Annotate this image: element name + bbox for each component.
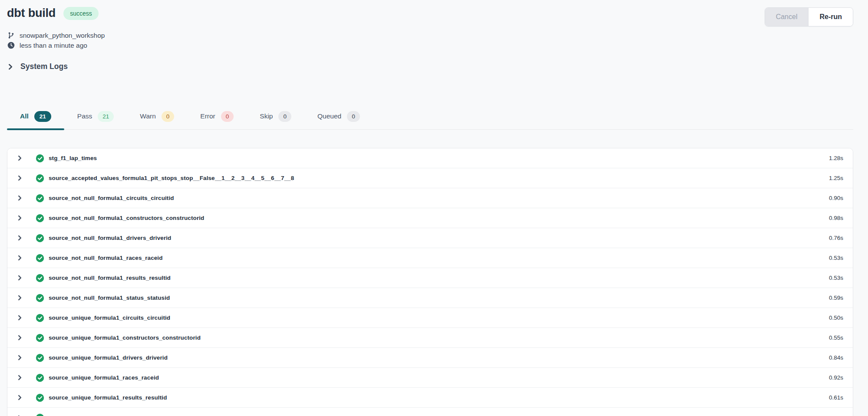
result-name: source_unique_formula1_constructors_cons… (49, 334, 201, 341)
rerun-button[interactable]: Re-run (809, 8, 853, 26)
expand-row-button[interactable] (14, 415, 25, 416)
result-name: source_not_null_formula1_circuits_circui… (49, 195, 174, 201)
chevron-right-icon (17, 374, 23, 381)
result-duration: 0.90s (829, 195, 843, 201)
result-row[interactable]: source_unique_formula1_constructors_cons… (7, 328, 853, 348)
result-row[interactable]: source_unique_formula1_drivers_driverid … (7, 348, 853, 368)
check-circle-icon (36, 373, 44, 382)
check-circle-icon (36, 354, 44, 362)
result-duration: 1.25s (829, 175, 843, 181)
expand-row-button[interactable] (14, 374, 25, 381)
run-meta: snowpark_python_workshop less than a min… (7, 30, 853, 50)
expand-row-button[interactable] (14, 295, 25, 301)
expand-row-button[interactable] (14, 235, 25, 241)
chevron-right-icon (17, 235, 23, 241)
check-circle-icon (36, 413, 44, 416)
result-row[interactable]: source_unique_formula1_races_raceid 0.92… (7, 368, 853, 388)
tab-pass[interactable]: Pass 21 (64, 108, 127, 130)
result-row[interactable]: source_unique_formula1_status_statusid 0… (7, 408, 853, 416)
result-duration: 0.53s (829, 255, 843, 261)
result-name: source_not_null_formula1_drivers_driveri… (49, 235, 171, 241)
tab-warn[interactable]: Warn 0 (127, 108, 187, 130)
expand-row-button[interactable] (14, 215, 25, 221)
result-name: source_unique_formula1_drivers_driverid (49, 354, 168, 361)
results-list: stg_f1_lap_times 1.28s source_accepted_v… (7, 148, 853, 416)
expand-row-button[interactable] (14, 314, 25, 321)
branch-row: snowpark_python_workshop (7, 30, 853, 40)
result-row[interactable]: source_unique_formula1_circuits_circuiti… (7, 308, 853, 328)
tab-error[interactable]: Error 0 (187, 108, 247, 130)
check-circle-icon (36, 274, 44, 282)
result-duration: 0.50s (829, 314, 843, 321)
status-badge: success (63, 7, 99, 20)
check-circle-icon (36, 194, 44, 203)
check-circle-icon (36, 254, 44, 262)
chevron-right-icon (7, 63, 14, 70)
result-duration: 0.76s (829, 235, 843, 241)
expand-row-button[interactable] (14, 394, 25, 401)
result-name: source_unique_formula1_results_resultid (49, 394, 167, 401)
expand-row-button[interactable] (14, 275, 25, 281)
header: dbt build success Cancel Re-run (7, 7, 853, 26)
expand-row-button[interactable] (14, 334, 25, 341)
result-duration: 0.59s (829, 295, 843, 301)
result-duration: 0.61s (829, 394, 843, 401)
cancel-button[interactable]: Cancel (765, 8, 809, 26)
result-name: source_unique_formula1_circuits_circuiti… (49, 314, 170, 321)
result-name: source_unique_formula1_races_raceid (49, 374, 159, 381)
result-duration: 0.92s (829, 374, 843, 381)
tab-count-badge: 0 (347, 111, 360, 122)
result-duration: 1.28s (829, 155, 843, 161)
result-row[interactable]: source_not_null_formula1_status_statusid… (7, 288, 853, 308)
result-row[interactable]: source_unique_formula1_results_resultid … (7, 388, 853, 408)
chevron-right-icon (17, 195, 23, 201)
result-row[interactable]: source_not_null_formula1_drivers_driveri… (7, 228, 853, 248)
result-duration: 0.57s (829, 415, 843, 416)
tab-skip[interactable]: Skip 0 (247, 108, 304, 130)
tab-label: Queued (317, 112, 341, 120)
tabs: All 21 Pass 21 Warn 0 Error 0 Skip 0 Que… (7, 108, 853, 130)
expand-row-button[interactable] (14, 195, 25, 201)
tab-label: Warn (140, 112, 155, 120)
chevron-right-icon (17, 334, 23, 341)
chevron-right-icon (17, 354, 23, 361)
result-duration: 0.98s (829, 215, 843, 221)
expand-row-button[interactable] (14, 155, 25, 161)
branch-name: snowpark_python_workshop (20, 32, 105, 39)
result-duration: 0.55s (829, 334, 843, 341)
system-logs-toggle[interactable]: System Logs (7, 62, 68, 71)
chevron-right-icon (17, 255, 23, 261)
result-row[interactable]: stg_f1_lap_times 1.28s (7, 148, 853, 168)
tab-all[interactable]: All 21 (7, 108, 64, 130)
check-circle-icon (36, 214, 44, 223)
check-circle-icon (36, 174, 44, 183)
tab-label: Pass (77, 112, 92, 120)
tab-label: Skip (260, 112, 273, 120)
system-logs-label: System Logs (20, 62, 68, 71)
result-row[interactable]: source_accepted_values_formula1_pit_stop… (7, 168, 853, 188)
tab-label: Error (200, 112, 215, 120)
expand-row-button[interactable] (14, 354, 25, 361)
check-circle-icon (36, 154, 44, 163)
chevron-right-icon (17, 215, 23, 221)
clock-icon (7, 42, 15, 49)
result-row[interactable]: source_not_null_formula1_constructors_co… (7, 208, 853, 228)
run-detail-page: dbt build success Cancel Re-run snowpark… (0, 0, 868, 416)
result-row[interactable]: source_not_null_formula1_results_resulti… (7, 268, 853, 288)
result-name: stg_f1_lap_times (49, 155, 97, 161)
check-circle-icon (36, 234, 44, 242)
result-row[interactable]: source_not_null_formula1_races_raceid 0.… (7, 248, 853, 268)
result-row[interactable]: source_not_null_formula1_circuits_circui… (7, 188, 853, 208)
result-name: source_accepted_values_formula1_pit_stop… (49, 175, 294, 181)
expand-row-button[interactable] (14, 255, 25, 261)
chevron-right-icon (17, 175, 23, 181)
result-name: source_not_null_formula1_status_statusid (49, 295, 170, 301)
result-duration: 0.53s (829, 275, 843, 281)
result-name: source_not_null_formula1_races_raceid (49, 255, 163, 261)
tab-queued[interactable]: Queued 0 (304, 108, 373, 130)
expand-row-button[interactable] (14, 175, 25, 181)
chevron-right-icon (17, 415, 23, 416)
git-branch-icon (7, 32, 15, 39)
tab-count-badge: 0 (162, 111, 175, 122)
check-circle-icon (36, 393, 44, 402)
